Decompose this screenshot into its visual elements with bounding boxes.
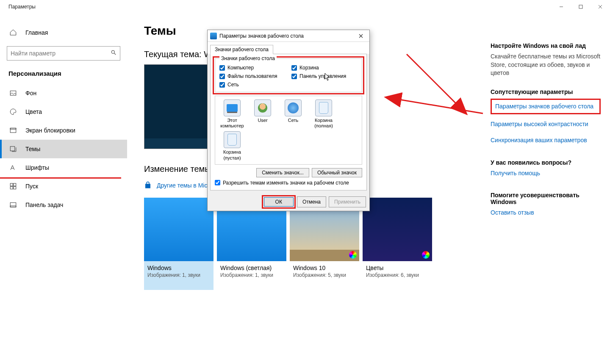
right-heading-questions: У вас появились вопросы? — [491, 159, 601, 166]
sidebar-item-colors[interactable]: Цвета — [0, 102, 127, 121]
dialog-title-icon — [210, 33, 217, 39]
sidebar-item-label: Экран блокировки — [25, 127, 75, 134]
svg-rect-15 — [10, 206, 16, 207]
sidebar-item-label: Панель задач — [25, 201, 63, 208]
svg-rect-11 — [14, 183, 16, 186]
svg-point-4 — [111, 50, 114, 53]
palette-icon — [8, 108, 18, 116]
svg-rect-14 — [10, 203, 16, 207]
theme-meta: Изображения: 1, звуки — [144, 272, 214, 278]
start-icon — [8, 182, 18, 190]
search-input[interactable] — [11, 50, 116, 57]
theme-grid: Windows Изображения: 1, звуки Windows (с… — [144, 198, 474, 290]
svg-rect-13 — [14, 187, 16, 189]
right-heading-customize: Настройте Windows на свой лад — [491, 42, 601, 49]
sidebar-item-label: Темы — [25, 146, 40, 152]
dialog-tab-desktop-icons[interactable]: Значки рабочего стола — [210, 45, 273, 54]
svg-rect-16 — [145, 184, 150, 188]
themes-icon — [8, 145, 18, 153]
window-close-button[interactable] — [591, 0, 610, 14]
link-get-help[interactable]: Получить помощь — [491, 169, 601, 178]
checkbox-allow-themes-change-icons[interactable]: Разрешить темам изменять значки на рабоч… — [215, 180, 362, 186]
theme-card-windows[interactable]: Windows Изображения: 1, звуки — [144, 198, 214, 290]
dialog-title-text: Параметры значков рабочего стола — [219, 33, 304, 39]
checkbox-network[interactable]: Сеть — [219, 82, 286, 88]
svg-rect-1 — [579, 5, 582, 8]
checkbox-recycle-bin[interactable]: Корзина — [291, 65, 358, 71]
sidebar-item-start[interactable]: Пуск — [0, 177, 127, 196]
theme-card-flowers[interactable]: Цветы Изображения: 6, звуки — [363, 198, 432, 290]
link-leave-feedback[interactable]: Оставить отзыв — [491, 209, 601, 217]
group-desktop-icons: Значки рабочего стола Компьютер Корзина … — [215, 58, 362, 92]
checkbox-computer[interactable]: Компьютер — [219, 65, 286, 71]
annotation-red-underline — [0, 177, 121, 179]
store-bag-icon — [144, 182, 152, 189]
link-desktop-icon-settings[interactable]: Параметры значков рабочего стола — [491, 99, 601, 115]
svg-rect-9 — [10, 146, 15, 151]
picture-icon — [8, 89, 18, 97]
sidebar-item-label: Шрифты — [25, 164, 49, 171]
theme-card-windows10[interactable]: Windows 10 Изображения: 5, звуки — [290, 198, 359, 290]
theme-name: Windows — [144, 261, 214, 272]
link-sync-settings[interactable]: Синхронизация ваших параметров — [491, 136, 601, 145]
icon-item-recycle-empty[interactable]: Корзина (пустая) — [219, 131, 246, 160]
svg-rect-7 — [10, 128, 16, 133]
right-paragraph-store: Скачайте бесплатные темы из Microsoft St… — [491, 52, 601, 77]
sidebar-item-background[interactable]: Фон — [0, 84, 127, 102]
link-high-contrast[interactable]: Параметры высокой контрастности — [491, 120, 601, 129]
dialog-cancel-button[interactable]: Отмена — [297, 196, 326, 207]
lockscreen-icon — [8, 127, 18, 134]
group-title: Значки рабочего стола — [219, 55, 277, 61]
theme-name: Цветы — [363, 261, 432, 272]
window-maximize-button[interactable] — [571, 0, 591, 14]
dialog-close-button[interactable] — [355, 32, 367, 40]
sidebar-home[interactable]: Главная — [0, 23, 127, 42]
icon-item-this-pc[interactable]: Этот компьютер — [219, 99, 246, 129]
sidebar-item-lockscreen[interactable]: Экран блокировки — [0, 121, 127, 140]
sidebar-section-title: Персонализация — [0, 66, 127, 84]
app-title: Параметры — [8, 4, 36, 10]
theme-card-windows-light[interactable]: Windows (светлая) Изображения: 1, звуки — [217, 198, 286, 290]
dialog-titlebar[interactable]: Параметры значков рабочего стола — [208, 30, 369, 42]
checkbox-user-files[interactable]: Файлы пользователя — [219, 73, 286, 79]
home-icon — [8, 29, 18, 36]
dialog-desktop-icon-settings: Параметры значков рабочего стола Значки … — [207, 30, 370, 211]
theme-name: Windows (светлая) — [217, 261, 286, 272]
svg-line-5 — [114, 53, 116, 55]
svg-rect-12 — [10, 187, 13, 189]
svg-rect-6 — [10, 91, 16, 96]
sidebar: Главная Персонализация Фон Цвета Экран б… — [0, 19, 127, 214]
window-titlebar: Параметры — [0, 0, 610, 14]
sidebar-item-themes[interactable]: Темы — [0, 140, 127, 158]
dialog-ok-button[interactable]: ОК — [264, 197, 294, 207]
theme-name: Windows 10 — [290, 261, 359, 272]
sidebar-item-taskbar[interactable]: Панель задач — [0, 196, 127, 214]
right-heading-related: Сопутствующие параметры — [491, 88, 601, 95]
sidebar-item-label: Пуск — [25, 183, 38, 190]
sidebar-item-fonts[interactable]: Шрифты — [0, 158, 127, 177]
right-column: Настройте Windows на свой лад Скачайте б… — [491, 42, 601, 225]
sidebar-item-label: Цвета — [25, 108, 42, 115]
fonts-icon — [8, 164, 18, 171]
dialog-apply-button[interactable]: Применить — [329, 196, 366, 207]
sidebar-item-label: Фон — [25, 90, 36, 97]
store-link-label: Другие темы в Mic — [157, 182, 207, 189]
theme-meta: Изображения: 1, звуки — [217, 272, 286, 278]
sidebar-search[interactable] — [7, 46, 120, 61]
window-minimize-button[interactable] — [552, 0, 571, 14]
icon-item-recycle-full[interactable]: Корзина (полная) — [310, 99, 337, 129]
icon-preview-area[interactable]: Этот компьютер User Сеть Корзина (полная… — [215, 96, 362, 165]
theme-meta: Изображения: 6, звуки — [363, 272, 432, 278]
right-heading-feedback: Помогите усовершенствовать Windows — [491, 192, 601, 205]
default-icon-button[interactable]: Обычный значок — [312, 168, 362, 177]
icon-item-network[interactable]: Сеть — [280, 99, 307, 129]
svg-rect-10 — [10, 183, 13, 186]
icon-item-user[interactable]: User — [249, 99, 276, 129]
search-icon — [111, 50, 116, 57]
theme-meta: Изображения: 5, звуки — [290, 272, 359, 278]
svg-rect-8 — [10, 128, 16, 130]
taskbar-icon — [8, 201, 18, 209]
sidebar-home-label: Главная — [25, 29, 48, 36]
checkbox-control-panel[interactable]: Панель управления — [291, 73, 358, 79]
change-icon-button[interactable]: Сменить значок... — [256, 168, 309, 177]
